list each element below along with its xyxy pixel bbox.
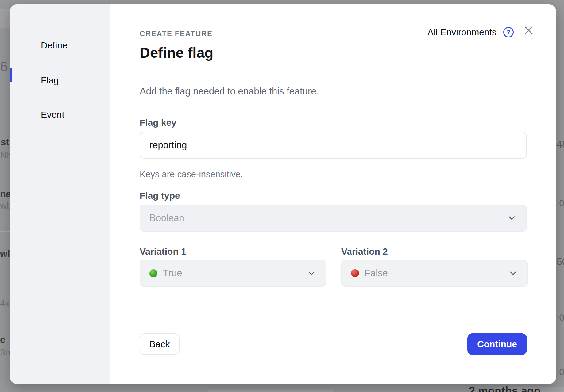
background-text-fragment: :0	[557, 367, 564, 377]
variation-1-value: True	[163, 268, 182, 279]
help-button[interactable]: ?	[503, 27, 514, 37]
flag-key-helper-text: Keys are case-insensitive.	[140, 169, 243, 179]
background-row-divider	[0, 231, 10, 232]
background-row-divider	[556, 287, 564, 287]
background-button-shape	[207, 390, 335, 392]
variation-1-select[interactable]: True	[140, 260, 326, 287]
red-dot-icon	[351, 269, 359, 277]
flag-key-label: Flag key	[140, 117, 176, 128]
environments-label: All Environments	[427, 27, 496, 37]
background-text-fragment: wl	[0, 248, 10, 259]
background-text-fragment: :0	[557, 198, 564, 208]
chevron-down-icon	[307, 268, 316, 278]
variation-2-select[interactable]: False	[341, 260, 528, 287]
close-button[interactable]	[520, 25, 535, 36]
step-event[interactable]: Event	[41, 110, 64, 120]
background-header-band	[0, 9, 10, 28]
chevron-down-icon	[508, 268, 518, 278]
background-row-divider	[0, 272, 10, 272]
question-mark-icon: ?	[507, 29, 510, 35]
flag-type-label: Flag type	[140, 190, 180, 201]
background-row-divider	[556, 230, 564, 230]
environments-group: All Environments ?	[427, 27, 535, 37]
create-feature-eyebrow: CREATE FEATURE	[140, 29, 213, 38]
chevron-down-icon	[507, 213, 517, 223]
step-flag[interactable]: Flag	[41, 75, 59, 85]
background-row-divider	[0, 125, 10, 125]
green-dot-icon	[149, 269, 157, 277]
background-text-fragment: e	[0, 334, 5, 345]
background-text-fragment: st	[1, 137, 9, 148]
continue-button[interactable]: Continue	[467, 333, 527, 355]
background-row-divider	[0, 321, 10, 321]
screen: 6 st NK na wb wl 4xr e 3nJ 48 :0 50 :0 :…	[0, 0, 564, 392]
back-button[interactable]: Back	[140, 333, 180, 355]
flag-key-input[interactable]	[140, 132, 527, 159]
dialog-content: CREATE FEATURE All Environments ? Define…	[110, 4, 556, 384]
close-icon	[523, 25, 535, 36]
background-text-fragment: :0	[557, 312, 564, 323]
flag-type-value: Boolean	[149, 213, 184, 224]
background-text-fragment: 48	[557, 139, 564, 150]
background-timestamp: 2 months ago	[469, 385, 541, 392]
dialog-subtitle: Add the flag needed to enable this featu…	[140, 86, 319, 97]
flag-type-select[interactable]: Boolean	[140, 205, 527, 232]
create-feature-modal: Define Flag Event CREATE FEATURE All Env…	[10, 4, 556, 384]
active-step-indicator	[10, 68, 12, 82]
background-row-divider	[0, 174, 10, 174]
dialog-title: Define flag	[140, 44, 213, 61]
background-text-fragment: 50	[557, 256, 564, 267]
background-text-fragment: na	[0, 189, 11, 200]
variation-2-label: Variation 2	[341, 246, 388, 257]
background-row-divider	[556, 344, 564, 344]
background-row-divider	[0, 99, 10, 99]
variation-1-label: Variation 1	[140, 246, 186, 257]
background-row-divider	[556, 110, 564, 110]
variation-2-value: False	[365, 268, 388, 279]
background-text-fragment: 6	[0, 58, 8, 75]
step-define[interactable]: Define	[41, 40, 68, 50]
wizard-sidebar: Define Flag Event	[10, 4, 110, 384]
background-row-divider	[556, 173, 564, 173]
